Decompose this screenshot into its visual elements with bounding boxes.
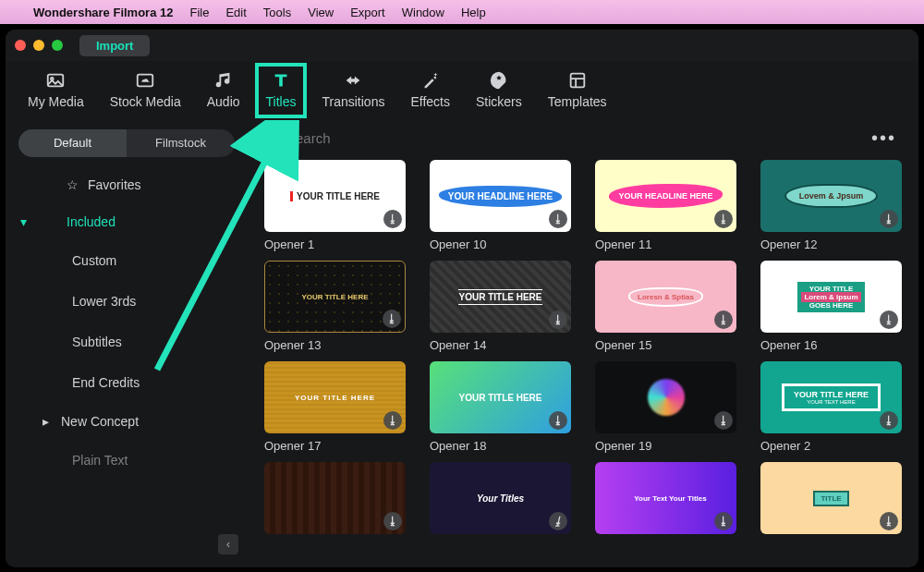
download-icon[interactable]: ⭳ [549, 210, 567, 228]
download-icon[interactable]: ⭳ [714, 512, 733, 530]
title-thumbnail[interactable]: YOUR TITLE HERE⭳ [264, 361, 406, 433]
sidebar-item-subtitles[interactable]: Subtitles [6, 322, 248, 362]
tab-label: Effects [410, 94, 450, 109]
download-icon[interactable]: ⭳ [383, 210, 402, 228]
more-options-icon[interactable]: ••• [871, 128, 902, 149]
collapse-sidebar-button[interactable]: ‹ [218, 534, 238, 554]
title-thumbnail[interactable]: YOUR TITLE HERE⭳ [430, 261, 571, 333]
tab-effects[interactable]: Effects [410, 70, 450, 109]
menu-help[interactable]: Help [461, 6, 486, 19]
title-caption: Opener 12 [760, 237, 902, 251]
title-thumbnail[interactable]: Loresn & Sptias⭳ [595, 261, 736, 333]
title-card[interactable]: YOUR TITLE HEREYOUR TEXT HERE⭳Opener 2 [760, 361, 902, 453]
title-card[interactable]: YOUR TITLE HERE⭳Opener 1 [264, 160, 406, 251]
sidebar-tab-filmstock[interactable]: Filmstock [127, 129, 235, 157]
title-caption: Opener 17 [264, 439, 406, 453]
download-icon[interactable]: ⭳ [714, 210, 733, 228]
title-card[interactable]: ⭳ [264, 462, 406, 540]
import-button[interactable]: Import [79, 35, 150, 56]
zoom-icon[interactable] [52, 40, 63, 51]
title-thumbnail[interactable]: YOUR TITLE HERE⭳ [264, 160, 406, 232]
download-icon[interactable]: ⭳ [880, 310, 898, 329]
sidebar-item-lower-3rds[interactable]: Lower 3rds [6, 281, 248, 322]
app-window: Import My Media Stock Media Audio T [6, 30, 918, 567]
title-thumbnail[interactable]: YOUR TITLE HERE⭳ [264, 261, 406, 333]
title-card[interactable]: TITLE⭳ [760, 462, 902, 540]
download-icon[interactable]: ⭳ [549, 310, 567, 329]
sidebar: Default Filmstock ☆ Favorites ▾ Included… [6, 122, 248, 560]
download-icon[interactable]: ⭳ [383, 310, 401, 328]
sidebar-item-plain-text[interactable]: Plain Text [6, 440, 248, 481]
download-icon[interactable]: ⭳ [880, 411, 898, 430]
title-card[interactable]: YOUR TITLE HERE⭳Opener 17 [264, 361, 406, 453]
download-icon[interactable]: ⭳ [714, 411, 733, 430]
title-card[interactable]: YOUR TITLE HERE⭳Opener 13 [264, 261, 406, 352]
tab-stock-media[interactable]: Stock Media [110, 70, 181, 109]
title-card[interactable]: YOUR TITLE HERE⭳Opener 14 [430, 261, 571, 352]
title-thumbnail[interactable]: Your Titles⭳ [430, 462, 571, 534]
menu-edit[interactable]: Edit [225, 6, 246, 19]
tab-stickers[interactable]: Stickers [476, 70, 522, 109]
title-card[interactable]: YOUR HEADLINE HERE⭳Opener 10 [430, 160, 571, 251]
sidebar-tab-default[interactable]: Default [18, 129, 127, 157]
title-thumbnail[interactable]: Your Text Your Titles⭳ [595, 462, 736, 534]
title-card[interactable]: YOUR HEADLINE HERE⭳Opener 11 [595, 160, 736, 251]
download-icon[interactable]: ⭳ [549, 411, 567, 430]
tab-label: Transitions [322, 94, 384, 109]
tab-audio[interactable]: Audio [207, 70, 240, 109]
download-icon[interactable]: ⭳ [880, 512, 898, 530]
search-bar: ••• [248, 122, 918, 160]
title-caption: Opener 14 [430, 338, 571, 352]
menu-file[interactable]: File [189, 6, 209, 19]
title-thumbnail[interactable]: Lovem & Jpsum⭳ [760, 160, 902, 232]
download-icon[interactable]: ⭳ [383, 411, 402, 430]
menu-tools[interactable]: Tools [263, 6, 291, 19]
sidebar-favorites[interactable]: ☆ Favorites [6, 166, 248, 203]
sidebar-item-end-credits[interactable]: End Credits [6, 362, 248, 403]
title-thumbnail[interactable]: YOUR HEADLINE HERE⭳ [430, 160, 571, 232]
title-card[interactable]: Loresn & Sptias⭳Opener 15 [595, 261, 736, 352]
title-thumbnail[interactable]: TITLE⭳ [760, 462, 902, 534]
tab-label: Stickers [476, 94, 522, 109]
title-thumbnail[interactable]: ⭳ [264, 462, 406, 534]
title-card[interactable]: Lovem & Jpsum⭳Opener 12 [760, 160, 902, 251]
chevron-right-icon: ▸ [43, 414, 52, 429]
title-caption: Opener 16 [760, 338, 902, 352]
title-caption: Opener 19 [595, 439, 736, 453]
title-card[interactable]: Your Text Your Titles⭳ [595, 462, 736, 540]
title-thumbnail[interactable]: YOUR TITLE HERE⭳ [430, 361, 571, 433]
close-icon[interactable] [15, 40, 26, 51]
title-thumbnail[interactable]: YOUR TITLELorem & ipsumGOES HERE⭳ [760, 261, 902, 333]
title-thumbnail[interactable]: YOUR TITLE HEREYOUR TEXT HERE⭳ [760, 361, 902, 433]
title-caption: Opener 2 [760, 439, 902, 453]
sidebar-item-custom[interactable]: Custom [6, 240, 248, 281]
search-input[interactable] [286, 130, 864, 146]
sidebar-source-tabs: Default Filmstock [18, 129, 235, 157]
title-card[interactable]: ⭳Opener 19 [595, 361, 736, 453]
menu-window[interactable]: Window [402, 6, 444, 19]
tab-titles[interactable]: Titles [266, 70, 297, 109]
title-caption: Opener 10 [430, 237, 571, 251]
title-caption: Opener 18 [430, 439, 571, 453]
sidebar-item-new-concept[interactable]: ▸ New Concept [6, 403, 248, 440]
app-name[interactable]: Wondershare Filmora 12 [33, 6, 173, 19]
section-label: Included [67, 214, 116, 229]
title-thumbnail[interactable]: YOUR HEADLINE HERE⭳ [595, 160, 736, 232]
download-icon[interactable]: ⭳ [383, 512, 402, 530]
tab-my-media[interactable]: My Media [28, 70, 84, 109]
minimize-icon[interactable] [33, 40, 44, 51]
tab-templates[interactable]: Templates [548, 70, 607, 109]
title-card[interactable]: YOUR TITLE HERE⭳Opener 18 [430, 361, 571, 453]
download-icon[interactable]: ⭳ [714, 310, 733, 329]
title-card[interactable]: Your Titles⭳ [430, 462, 571, 540]
tab-transitions[interactable]: Transitions [322, 70, 384, 109]
sticker-icon [486, 70, 512, 91]
menu-export[interactable]: Export [350, 6, 385, 19]
download-icon[interactable]: ⭳ [880, 210, 898, 228]
traffic-lights [15, 40, 63, 51]
download-icon[interactable]: ⭳ [549, 512, 567, 530]
sidebar-section-included[interactable]: ▾ Included [6, 203, 248, 240]
title-card[interactable]: YOUR TITLELorem & ipsumGOES HERE⭳Opener … [760, 261, 902, 352]
title-thumbnail[interactable]: ⭳ [595, 361, 736, 433]
menu-view[interactable]: View [308, 6, 334, 19]
